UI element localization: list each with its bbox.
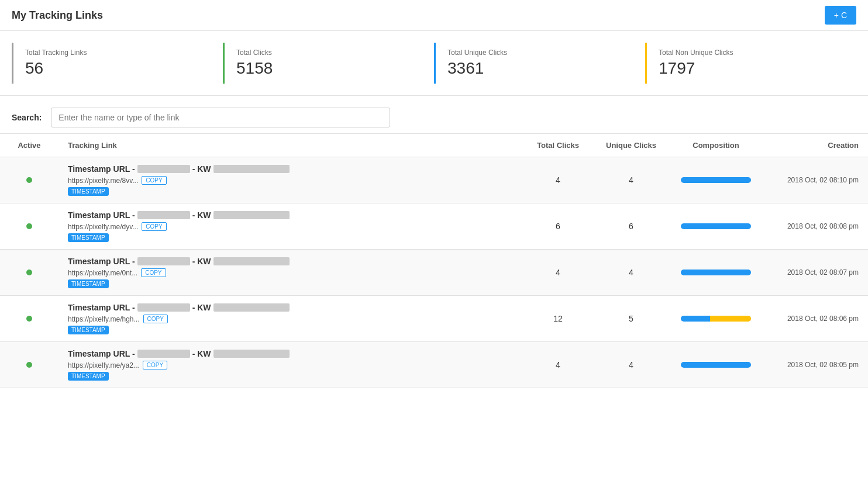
active-dot-icon [26,223,32,229]
copy-url-button[interactable]: COPY [143,315,168,323]
link-url-text: https://pixelfy.me/ya2... [68,361,139,369]
search-label: Search: [12,113,42,122]
composition-bar [681,177,751,183]
timestamp-badge: TIMESTAMP [68,185,514,196]
composition-bar [681,270,751,275]
link-name-kw: - KW [192,257,211,266]
composition-bar [681,362,751,368]
col-header-composition: Composition [669,134,763,157]
link-url-text: https://pixelfy.me/dyv... [68,223,138,231]
timestamp-badge: TIMESTAMP [68,231,514,242]
link-url-row: https://pixelfy.me/dyv... COPY [68,222,514,231]
unique-clicks-cell: 6 [593,203,669,250]
active-dot-icon [26,177,32,183]
link-url-text: https://pixelfy.me/8vv... [68,177,138,185]
total-clicks-cell: 6 [523,203,593,250]
col-header-active: Active [0,134,58,157]
creation-cell: 2018 Oct, 02 08:08 pm [763,203,868,250]
link-name-redacted2 [213,303,290,312]
page-title: My Tracking Links [12,9,103,22]
link-url-row: https://pixelfy.me/8vv... COPY [68,176,514,185]
active-dot-icon [26,270,32,275]
copy-url-button[interactable]: COPY [142,176,166,185]
copy-url-button[interactable]: COPY [143,361,167,369]
timestamp-badge: TIMESTAMP [68,323,514,334]
active-status-cell [0,342,58,388]
tracking-link-cell: Timestamp URL - - KW https://pixelfy.me/… [58,157,523,203]
link-name: Timestamp URL - - KW [68,349,514,358]
active-status-cell [0,203,58,250]
composition-cell [669,157,763,203]
link-name-redacted1 [137,165,190,173]
composition-bar [681,223,751,229]
col-header-unique-clicks: Unique Clicks [593,134,669,157]
composition-bar [681,316,751,322]
timestamp-badge: TIMESTAMP [68,369,514,381]
link-name-kw: - KW [192,303,211,312]
link-name: Timestamp URL - - KW [68,257,514,266]
search-input[interactable] [51,108,390,127]
active-dot-icon [26,362,32,368]
link-name-kw: - KW [192,349,211,358]
tracking-links-table-container: Active Tracking Link Total Clicks Unique… [0,133,868,388]
stat-total-tracking-links: Total Tracking Links 56 [12,43,223,84]
composition-cell [669,296,763,342]
total-clicks-cell: 12 [523,296,593,342]
link-name: Timestamp URL - - KW [68,210,514,220]
tracking-links-table: Active Tracking Link Total Clicks Unique… [0,133,868,388]
unique-clicks-cell: 4 [593,250,669,296]
timestamp-badge: TIMESTAMP [68,277,514,288]
link-name: Timestamp URL - - KW [68,164,514,174]
tracking-link-cell: Timestamp URL - - KW https://pixelfy.me/… [58,296,523,342]
badge-label: TIMESTAMP [68,187,109,196]
col-header-total-clicks: Total Clicks [523,134,593,157]
table-row: Timestamp URL - - KW https://pixelfy.me/… [0,203,868,250]
comp-bar-blue [681,177,751,183]
total-clicks-cell: 4 [523,342,593,388]
link-name-kw: - KW [192,210,211,220]
table-row: Timestamp URL - - KW https://pixelfy.me/… [0,250,868,296]
link-name-kw: - KW [192,164,211,174]
creation-cell: 2018 Oct, 02 08:06 pm [763,296,868,342]
composition-cell [669,203,763,250]
link-name-redacted1 [137,303,190,312]
active-status-cell [0,296,58,342]
copy-url-button[interactable]: COPY [142,222,166,231]
link-url-row: https://pixelfy.me/0nt... COPY [68,268,514,277]
stat-total-clicks: Total Clicks 5158 [223,43,434,84]
link-name-redacted1 [137,257,190,265]
add-tracking-link-button[interactable]: + C [825,6,856,25]
link-name-prefix: Timestamp URL - [68,349,135,358]
comp-bar-blue [681,270,751,275]
col-header-creation: Creation [763,134,868,157]
comp-bar-yellow [710,316,751,322]
unique-clicks-cell: 5 [593,296,669,342]
badge-label: TIMESTAMP [68,233,109,242]
link-name-prefix: Timestamp URL - [68,210,135,220]
link-name-prefix: Timestamp URL - [68,257,135,266]
creation-cell: 2018 Oct, 02 08:05 pm [763,342,868,388]
link-name-redacted1 [137,211,190,219]
link-name-redacted2 [213,165,290,173]
link-url-row: https://pixelfy.me/ya2... COPY [68,361,514,369]
link-url-row: https://pixelfy.me/hgh... COPY [68,315,514,323]
tracking-link-cell: Timestamp URL - - KW https://pixelfy.me/… [58,342,523,388]
comp-bar-blue [681,316,710,322]
unique-clicks-cell: 4 [593,342,669,388]
unique-clicks-cell: 4 [593,157,669,203]
badge-label: TIMESTAMP [68,372,109,381]
copy-url-button[interactable]: COPY [141,268,166,277]
table-row: Timestamp URL - - KW https://pixelfy.me/… [0,342,868,388]
link-name: Timestamp URL - - KW [68,303,514,312]
table-row: Timestamp URL - - KW https://pixelfy.me/… [0,296,868,342]
tracking-link-cell: Timestamp URL - - KW https://pixelfy.me/… [58,203,523,250]
active-dot-icon [26,316,32,322]
link-name-prefix: Timestamp URL - [68,303,135,312]
link-name-prefix: Timestamp URL - [68,164,135,174]
comp-bar-blue [681,223,751,229]
link-url-text: https://pixelfy.me/0nt... [68,269,137,277]
link-url-text: https://pixelfy.me/hgh... [68,315,140,323]
composition-cell [669,342,763,388]
table-header-row: Active Tracking Link Total Clicks Unique… [0,134,868,157]
stat-total-unique-clicks: Total Unique Clicks 3361 [434,43,645,84]
